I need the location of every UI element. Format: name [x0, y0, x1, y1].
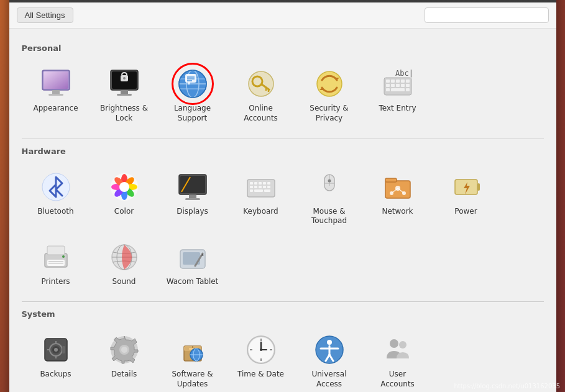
- svg-rect-69: [259, 186, 262, 188]
- power-label: Power: [454, 207, 477, 217]
- svg-rect-42: [391, 88, 405, 91]
- sidebar-item-language-support[interactable]: LanguageSupport: [158, 60, 227, 130]
- online-accounts-label: OnlineAccounts: [244, 104, 278, 123]
- language-support-label: LanguageSupport: [174, 104, 211, 123]
- section-title-hardware: Hardware: [22, 147, 544, 156]
- sidebar-item-user-accounts[interactable]: UserAccounts: [364, 326, 432, 392]
- details-label: Details: [111, 370, 137, 380]
- svg-rect-70: [263, 186, 266, 188]
- svg-rect-64: [259, 182, 262, 185]
- svg-point-94: [62, 255, 65, 258]
- svg-rect-59: [189, 194, 196, 198]
- svg-rect-31: [386, 80, 390, 83]
- svg-point-137: [399, 341, 407, 349]
- sidebar-item-wacom-tablet[interactable]: Wacom Tablet: [158, 234, 227, 294]
- svg-rect-36: [386, 84, 390, 87]
- sidebar-item-displays[interactable]: Displays: [158, 163, 227, 234]
- svg-rect-80: [385, 178, 397, 182]
- network-label: Network: [382, 207, 413, 217]
- sidebar-item-software-updates[interactable]: Software &Updates: [158, 326, 227, 392]
- backups-label: Backups: [40, 370, 71, 380]
- software-updates-label: Software &Updates: [172, 370, 213, 389]
- svg-rect-110: [62, 346, 65, 353]
- svg-rect-87: [477, 183, 480, 191]
- universal-access-icon: [313, 334, 346, 366]
- sidebar-item-mouse-touchpad[interactable]: Mouse &Touchpad: [295, 163, 364, 234]
- svg-point-55: [119, 182, 129, 192]
- svg-rect-74: [264, 189, 270, 192]
- bluetooth-label: Bluetooth: [37, 207, 73, 217]
- online-accounts-icon: [245, 68, 277, 100]
- svg-rect-62: [250, 182, 253, 185]
- svg-rect-34: [401, 80, 405, 83]
- svg-rect-40: [406, 84, 410, 87]
- sidebar-item-security-privacy[interactable]: Security &Privacy: [295, 60, 364, 130]
- sidebar-item-color[interactable]: Color: [90, 163, 158, 234]
- svg-rect-66: [267, 182, 270, 185]
- svg-rect-8: [117, 94, 132, 96]
- text-entry-label: Text Entry: [379, 104, 416, 114]
- svg-point-105: [54, 348, 58, 352]
- user-accounts-icon: [382, 334, 414, 366]
- search-input[interactable]: [425, 7, 549, 23]
- color-label: Color: [114, 207, 134, 217]
- svg-rect-63: [254, 182, 257, 185]
- svg-rect-37: [391, 84, 395, 87]
- svg-rect-3: [52, 90, 60, 94]
- svg-rect-73: [254, 189, 263, 192]
- all-settings-label: All Settings: [25, 11, 65, 20]
- section-title-personal: Personal: [22, 43, 544, 53]
- svg-rect-43: [406, 88, 410, 91]
- time-date-icon: [245, 334, 277, 366]
- sidebar-item-sound[interactable]: Sound: [90, 234, 158, 294]
- sidebar-item-keyboard[interactable]: Keyboard: [227, 163, 295, 234]
- sidebar-item-online-accounts[interactable]: OnlineAccounts: [227, 60, 295, 130]
- sidebar-item-printers[interactable]: Printers: [22, 234, 90, 294]
- backups-icon: [40, 334, 72, 366]
- security-privacy-icon: [313, 68, 346, 100]
- svg-rect-4: [48, 94, 63, 96]
- printers-icon: [40, 241, 72, 273]
- sidebar-item-time-date[interactable]: Time & Date: [227, 326, 295, 392]
- brightness-lock-label: Brightness &Lock: [100, 104, 148, 123]
- network-icon: [382, 171, 414, 203]
- svg-point-10: [123, 77, 126, 80]
- sidebar-item-brightness-lock[interactable]: Brightness &Lock: [90, 60, 158, 130]
- universal-access-label: UniversalAccess: [311, 370, 346, 389]
- all-settings-button[interactable]: All Settings: [17, 7, 73, 23]
- security-privacy-label: Security &Privacy: [310, 104, 348, 123]
- sidebar-item-text-entry[interactable]: Abc| Text Entry: [364, 60, 432, 130]
- sidebar-item-backups[interactable]: Backups: [22, 326, 90, 392]
- sidebar-item-appearance[interactable]: Appearance: [22, 60, 90, 130]
- divider-system: [22, 301, 544, 302]
- brightness-lock-icon: [108, 68, 140, 100]
- sidebar-item-universal-access[interactable]: UniversalAccess: [295, 326, 364, 392]
- svg-rect-41: [386, 88, 390, 91]
- divider-hardware: [22, 139, 544, 139]
- hardware-grid: Bluetooth: [22, 163, 544, 294]
- svg-rect-33: [396, 80, 400, 83]
- section-title-system: System: [22, 309, 544, 319]
- personal-grid: Appearance Brightness &Loc: [22, 60, 544, 130]
- wacom-tablet-icon: [177, 241, 209, 273]
- text-entry-icon: Abc|: [382, 68, 414, 100]
- svg-rect-71: [267, 186, 270, 188]
- time-date-label: Time & Date: [237, 370, 284, 380]
- search-wrapper: 🔍: [425, 7, 549, 23]
- sidebar-item-details[interactable]: Details: [90, 326, 158, 392]
- svg-rect-68: [254, 186, 257, 188]
- language-support-icon: [177, 68, 209, 100]
- sidebar-item-power[interactable]: Power: [432, 163, 500, 234]
- keyboard-label: Keyboard: [243, 207, 278, 217]
- sound-icon: [108, 241, 140, 273]
- details-icon: [108, 334, 140, 366]
- system-settings-window: System Settings All Settings 🔍 Personal: [9, 0, 556, 392]
- sidebar-item-bluetooth[interactable]: Bluetooth: [22, 163, 90, 234]
- svg-point-78: [328, 179, 331, 182]
- sidebar-item-network[interactable]: Network: [364, 163, 432, 234]
- content-area: Personal: [9, 29, 556, 392]
- svg-point-131: [327, 340, 332, 345]
- mouse-touchpad-label: Mouse &Touchpad: [311, 207, 347, 226]
- svg-rect-72: [250, 189, 253, 192]
- watermark: https://blog.csdn.net/u013162035: [454, 383, 560, 390]
